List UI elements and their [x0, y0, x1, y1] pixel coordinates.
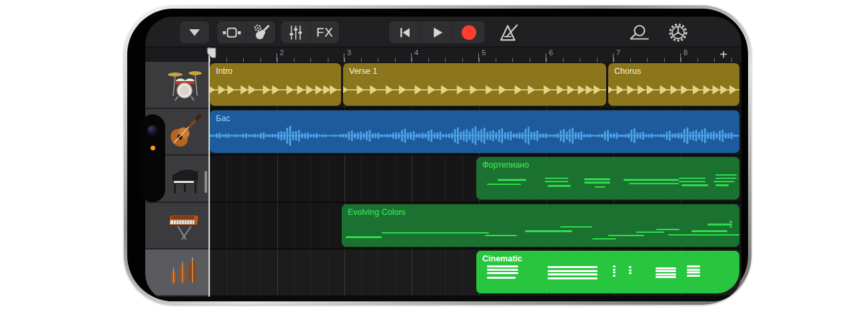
midi-note — [346, 236, 382, 237]
playhead-flag[interactable] — [207, 47, 217, 59]
mix-group: FX — [281, 21, 339, 43]
mixer-sliders-icon — [287, 24, 304, 41]
midi-note — [687, 275, 700, 277]
track-lane-synth[interactable]: Evolving Colors — [210, 203, 741, 250]
midi-note — [624, 179, 679, 180]
midi-note — [608, 235, 644, 236]
skip-to-start-icon — [398, 25, 412, 40]
instrument-browser-button[interactable] — [246, 21, 275, 43]
grand-piano-icon — [166, 160, 203, 196]
region-intro[interactable]: Intro — [210, 63, 341, 106]
midi-note — [498, 179, 526, 180]
fx-button[interactable]: FX — [310, 21, 339, 43]
phone-bezel: FX — [127, 9, 748, 301]
region-фортепиано[interactable]: Фортепиано — [476, 157, 739, 200]
loop-browser-button[interactable] — [628, 24, 651, 41]
playhead[interactable] — [209, 47, 210, 297]
track-header-drums[interactable] — [145, 62, 209, 109]
region-cinematic[interactable]: Cinematic — [476, 251, 739, 293]
region-label: Фортепиано — [482, 160, 529, 170]
midi-note — [729, 226, 732, 228]
track-lane-piano[interactable]: Фортепиано — [210, 156, 741, 203]
region-chorus[interactable]: Chorus — [608, 63, 739, 106]
midi-note — [629, 183, 679, 184]
drum-kit-icon — [166, 67, 203, 102]
midi-note — [548, 273, 598, 275]
camera-lens — [147, 125, 158, 136]
ruler[interactable]: 12345678 + — [145, 47, 741, 63]
midi-note — [613, 265, 616, 267]
midi-note — [548, 277, 598, 279]
midi-note — [729, 224, 732, 225]
midi-note — [691, 230, 727, 232]
measure-label: 8 — [683, 49, 687, 57]
midi-note — [487, 269, 518, 271]
midi-note — [525, 230, 573, 232]
midi-note — [715, 178, 737, 179]
add-bars-button[interactable]: + — [716, 47, 731, 62]
midi-note — [668, 234, 739, 235]
midi-note — [382, 232, 489, 233]
midi-note — [655, 267, 677, 269]
midi-note — [629, 266, 632, 268]
measure-label: 3 — [347, 49, 351, 57]
midi-note — [545, 181, 569, 182]
mixer-button[interactable] — [281, 21, 310, 43]
midi-note — [560, 226, 592, 228]
measure-label: 7 — [616, 49, 620, 57]
midi-note — [584, 182, 611, 183]
midi-note — [655, 270, 677, 272]
midi-note — [656, 229, 680, 230]
measure-ticks — [209, 53, 741, 62]
track-lane-bass[interactable]: Бас — [210, 109, 741, 156]
midi-note — [655, 273, 677, 275]
scroll-indicator[interactable] — [205, 171, 207, 193]
measure-label: 6 — [549, 49, 553, 57]
settings-button[interactable] — [666, 22, 690, 43]
track-header-synth[interactable] — [145, 203, 209, 250]
track-view-button[interactable] — [217, 21, 246, 43]
fx-label: FX — [316, 25, 333, 40]
nav-down-button[interactable] — [180, 21, 209, 43]
play-button[interactable] — [421, 21, 452, 43]
bass-guitar-icon — [166, 114, 203, 150]
bottom-strip — [145, 297, 741, 301]
phone-frame: FX — [124, 5, 751, 305]
midi-note — [487, 265, 518, 267]
midi-note — [613, 271, 616, 273]
midi-note — [485, 235, 517, 236]
chevron-down-icon — [189, 29, 201, 37]
track-lane-drums[interactable]: IntroVerse 1Chorus — [210, 62, 741, 109]
record-button[interactable] — [453, 21, 484, 43]
region-verse-1[interactable]: Verse 1 — [343, 63, 606, 106]
midi-note — [592, 238, 616, 239]
region-evolving-colors[interactable]: Evolving Colors — [342, 204, 739, 247]
track-lane-strings[interactable]: Cinematic — [210, 249, 741, 297]
midi-note — [487, 277, 516, 279]
midi-note — [687, 271, 700, 273]
midi-note — [545, 178, 569, 179]
track-header-strings[interactable] — [145, 249, 209, 297]
metronome-icon — [498, 23, 521, 42]
midi-note — [687, 265, 700, 267]
midi-note — [715, 174, 737, 176]
region-бас[interactable]: Бас — [210, 110, 739, 153]
drum-waveform — [210, 63, 341, 106]
instrument-browser-icon — [252, 24, 270, 41]
loop-icon — [629, 25, 650, 41]
midi-note — [548, 185, 572, 186]
midi-note — [715, 184, 729, 186]
rewind-button[interactable] — [389, 21, 420, 43]
midi-note — [595, 186, 606, 188]
midi-note — [613, 269, 616, 271]
page-background: FX — [0, 0, 868, 310]
metronome-button[interactable] — [496, 23, 523, 43]
midi-note — [636, 232, 664, 233]
midi-note — [655, 276, 677, 278]
midi-note — [629, 272, 632, 274]
midi-note — [729, 221, 732, 222]
gear-icon — [667, 22, 689, 43]
track-view-icon — [222, 27, 241, 38]
transport-group — [389, 21, 486, 43]
midi-note — [487, 184, 521, 185]
